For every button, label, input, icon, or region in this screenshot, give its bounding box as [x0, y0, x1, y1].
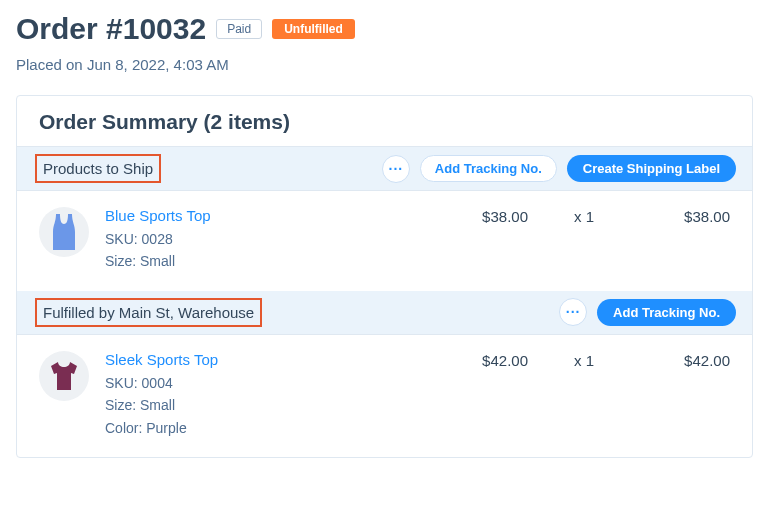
item-name-link[interactable]: Blue Sports Top [105, 207, 432, 224]
line-item: Blue Sports Top SKU: 0028 Size: Small $3… [17, 191, 752, 291]
order-summary-card: Order Summary (2 items) Products to Ship… [16, 95, 753, 458]
add-tracking-button[interactable]: Add Tracking No. [420, 155, 557, 182]
placed-on-text: Placed on Jun 8, 2022, 4:03 AM [16, 56, 753, 73]
more-actions-button[interactable]: ··· [559, 298, 587, 326]
item-info: Blue Sports Top SKU: 0028 Size: Small [105, 207, 432, 273]
tshirt-icon [44, 356, 84, 396]
item-sku: SKU: 0004 [105, 372, 432, 394]
section-products-to-ship: Products to Ship ··· Add Tracking No. Cr… [17, 147, 752, 191]
add-tracking-button[interactable]: Add Tracking No. [597, 299, 736, 326]
item-info: Sleek Sports Top SKU: 0004 Size: Small C… [105, 351, 432, 439]
summary-title: Order Summary (2 items) [17, 96, 752, 147]
item-size: Size: Small [105, 394, 432, 416]
item-sku: SKU: 0028 [105, 228, 432, 250]
item-color: Color: Purple [105, 417, 432, 439]
product-thumbnail [39, 351, 89, 401]
order-header: Order #10032 Paid Unfulfilled [16, 12, 753, 46]
item-name-link[interactable]: Sleek Sports Top [105, 351, 432, 368]
more-actions-button[interactable]: ··· [382, 155, 410, 183]
create-shipping-label-button[interactable]: Create Shipping Label [567, 155, 736, 182]
tank-top-icon [47, 212, 81, 252]
section-actions: ··· Add Tracking No. [559, 298, 736, 326]
section-label: Products to Ship [39, 158, 157, 179]
item-line-total: $42.00 [640, 351, 730, 369]
section-label: Fulfilled by Main St, Warehouse [39, 302, 258, 323]
item-unit-price: $42.00 [448, 351, 528, 369]
line-item: Sleek Sports Top SKU: 0004 Size: Small C… [17, 335, 752, 457]
item-line-total: $38.00 [640, 207, 730, 225]
paid-badge: Paid [216, 19, 262, 39]
item-qty: x 1 [544, 351, 624, 369]
section-fulfilled-by: Fulfilled by Main St, Warehouse ··· Add … [17, 291, 752, 335]
order-title: Order #10032 [16, 12, 206, 46]
product-thumbnail [39, 207, 89, 257]
section-actions: ··· Add Tracking No. Create Shipping Lab… [382, 155, 736, 183]
item-unit-price: $38.00 [448, 207, 528, 225]
item-qty: x 1 [544, 207, 624, 225]
unfulfilled-badge: Unfulfilled [272, 19, 355, 39]
item-size: Size: Small [105, 250, 432, 272]
